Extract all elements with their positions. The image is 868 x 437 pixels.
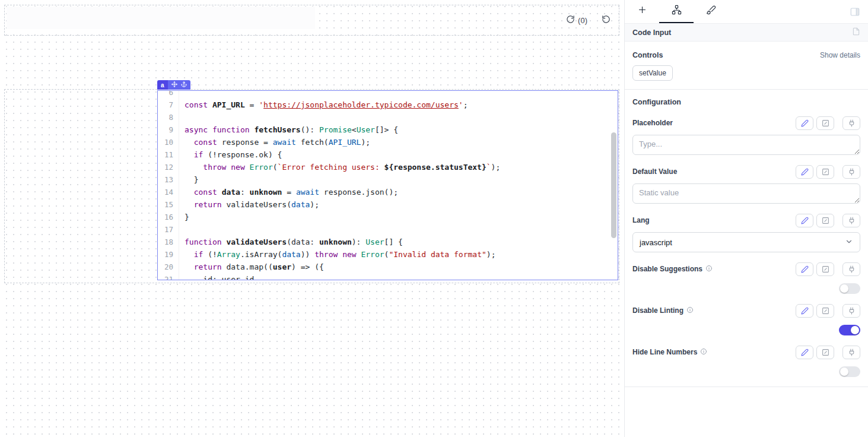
code-line[interactable]: 14 const data: unknown = await response.…	[158, 186, 609, 198]
controls-title: Controls	[632, 51, 663, 59]
connect-plug-icon[interactable]	[842, 346, 860, 359]
field-label-placeholder: Placeholder	[632, 119, 673, 127]
code-text: const API_URL = 'https://jsonplaceholder…	[179, 99, 468, 111]
code-text: if (!Array.isArray(data)) throw new Erro…	[179, 248, 495, 261]
edit-pencil-icon[interactable]	[796, 165, 813, 179]
app-root: (0) a	[0, 0, 868, 437]
configuration-section: Configuration Placeholder Default Value	[625, 90, 868, 387]
settings-panel: Code Input Controls Show details setValu…	[625, 0, 868, 437]
disable-suggestions-toggle[interactable]	[839, 283, 860, 294]
code-line[interactable]: 13 }	[158, 173, 609, 186]
code-text: async function fetchUsers(): Promise<Use…	[179, 124, 398, 136]
field-label-disable-linting: Disable Linting	[632, 306, 683, 315]
recompute-button[interactable]	[599, 12, 613, 28]
move-icon[interactable]	[171, 81, 177, 88]
anchor-icon[interactable]	[181, 81, 187, 88]
code-text: if (!response.ok) {	[179, 148, 282, 161]
info-icon[interactable]	[705, 265, 713, 274]
controls-section: Controls Show details setValue	[625, 42, 868, 81]
code-line[interactable]: 7const API_URL = 'https://jsonplaceholde…	[158, 99, 609, 111]
template-icon[interactable]	[816, 262, 834, 276]
edit-pencil-icon[interactable]	[796, 304, 813, 318]
tab-settings[interactable]	[659, 0, 694, 23]
connect-plug-icon[interactable]	[842, 304, 860, 318]
code-line[interactable]: 12 throw new Error(`Error fetching users…	[158, 161, 609, 173]
code-text: }	[179, 211, 189, 223]
chevron-down-icon	[845, 238, 853, 248]
edit-pencil-icon[interactable]	[796, 214, 813, 227]
line-number: 20	[158, 261, 179, 273]
line-number: 8	[158, 111, 179, 124]
line-number: 11	[158, 148, 179, 161]
header-placeholder	[7, 7, 315, 29]
code-text: function validateUsers(data: unknown): U…	[179, 236, 403, 248]
code-text: id: user.id,	[179, 273, 259, 280]
info-icon[interactable]	[700, 348, 707, 357]
docs-icon[interactable]	[852, 27, 860, 38]
field-disable-linting: Disable Linting	[632, 303, 860, 335]
widget-id-chip[interactable]: a	[157, 80, 190, 90]
code-text: throw new Error(`Error fetching users: $…	[179, 161, 500, 173]
code-text: }	[179, 173, 198, 186]
connect-plug-icon[interactable]	[842, 165, 860, 179]
template-icon[interactable]	[816, 214, 834, 227]
code-line[interactable]: 17	[158, 223, 609, 236]
component-header: Code Input	[625, 24, 868, 42]
connect-plug-icon[interactable]	[842, 262, 860, 276]
code-line[interactable]: 18function validateUsers(data: unknown):…	[158, 236, 609, 248]
edit-pencil-icon[interactable]	[796, 116, 813, 130]
code-text	[179, 90, 185, 99]
code-line[interactable]: 16}	[158, 211, 609, 223]
show-details-link[interactable]: Show details	[820, 51, 860, 59]
code-lines[interactable]: 67const API_URL = 'https://jsonplacehold…	[158, 90, 609, 280]
placeholder-input[interactable]	[632, 135, 860, 155]
code-line[interactable]: 15 return validateUsers(data);	[158, 198, 609, 211]
line-number: 18	[158, 236, 179, 248]
code-line[interactable]: 11 if (!response.ok) {	[158, 148, 609, 161]
collapse-panel-icon[interactable]	[850, 7, 860, 17]
code-line[interactable]: 20 return data.map((user) => ({	[158, 261, 609, 273]
edit-pencil-icon[interactable]	[796, 262, 813, 276]
template-icon[interactable]	[816, 165, 834, 179]
brush-icon	[706, 5, 716, 17]
code-line[interactable]: 19 if (!Array.isArray(data)) throw new E…	[158, 248, 609, 261]
lang-select[interactable]: javascript	[632, 232, 860, 252]
template-icon[interactable]	[816, 346, 834, 359]
code-line[interactable]: 9async function fetchUsers(): Promise<Us…	[158, 124, 609, 136]
edit-pencil-icon[interactable]	[796, 346, 813, 359]
configuration-title: Configuration	[632, 98, 860, 106]
template-icon[interactable]	[816, 304, 834, 318]
field-lang: Lang javascript	[632, 213, 860, 252]
widget-container[interactable]: a 67const API_URL = 'https://jsonplaceho…	[4, 89, 619, 283]
refresh-button[interactable]: (0)	[564, 12, 590, 28]
code-line[interactable]: 6	[158, 90, 609, 99]
disable-linting-toggle[interactable]	[839, 325, 860, 335]
lang-select-value: javascript	[640, 238, 672, 247]
line-number: 12	[158, 161, 179, 173]
default-value-input[interactable]	[632, 183, 860, 204]
field-label-default-value: Default Value	[632, 167, 677, 176]
hide-line-numbers-toggle[interactable]	[839, 366, 860, 377]
line-number: 7	[158, 99, 179, 111]
code-text: const response = await fetch(API_URL);	[179, 136, 370, 148]
scrollbar-thumb[interactable]	[611, 132, 616, 238]
widget-id-label: a	[157, 80, 168, 90]
header-container[interactable]: (0)	[4, 5, 619, 36]
code-line[interactable]: 10 const response = await fetch(API_URL)…	[158, 136, 609, 148]
code-line[interactable]: 8	[158, 111, 609, 124]
code-line[interactable]: 21 id: user.id,	[158, 273, 609, 280]
line-number: 16	[158, 211, 179, 223]
components-icon	[672, 5, 682, 17]
connect-plug-icon[interactable]	[842, 214, 860, 227]
info-icon[interactable]	[686, 306, 694, 315]
template-icon[interactable]	[816, 116, 834, 130]
canvas[interactable]: (0) a	[0, 0, 625, 437]
tab-styles[interactable]	[694, 0, 728, 23]
field-disable-suggestions: Disable Suggestions	[632, 262, 860, 294]
setvalue-chip[interactable]: setValue	[632, 65, 673, 81]
tab-insert[interactable]	[625, 0, 659, 23]
code-input-widget[interactable]: 67const API_URL = 'https://jsonplacehold…	[157, 90, 618, 280]
connect-plug-icon[interactable]	[842, 116, 860, 130]
widget-chip-icons	[168, 80, 190, 90]
panel-tabs	[625, 0, 868, 24]
